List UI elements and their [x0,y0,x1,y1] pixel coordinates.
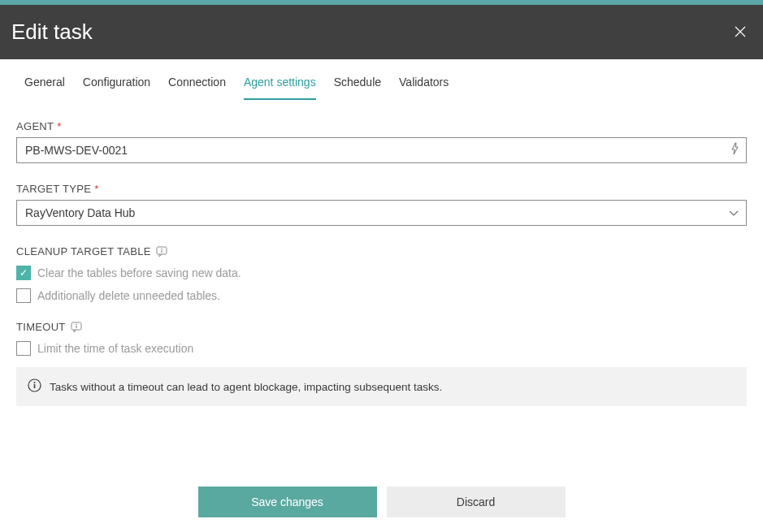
agent-label: AGENT * [16,120,747,132]
dialog-title: Edit task [11,19,93,45]
tooltip-icon[interactable] [156,246,169,257]
svg-rect-8 [34,384,36,388]
tab-validators[interactable]: Validators [399,66,449,100]
svg-point-4 [76,323,77,325]
lightning-icon[interactable] [730,142,740,158]
form-content: AGENT * TARGET TYPE * RayVentory Data Hu… [0,101,763,406]
limit-time-row: Limit the time of task execution [16,341,747,356]
agent-input-wrap [16,137,747,163]
target-type-label: TARGET TYPE * [16,183,747,195]
tooltip-icon[interactable] [71,322,84,333]
tab-bar: General Configuration Connection Agent s… [0,66,763,101]
save-button[interactable]: Save changes [198,487,377,517]
agent-input[interactable] [16,137,747,163]
close-button[interactable] [734,24,747,41]
agent-label-text: AGENT [16,120,54,132]
target-type-select-wrap: RayVentory Data Hub [16,200,747,226]
tab-agent-settings[interactable]: Agent settings [244,66,316,100]
delete-unneeded-row: Additionally delete unneeded tables. [16,288,747,303]
limit-time-label: Limit the time of task execution [37,342,193,355]
cleanup-section-label: CLEANUP TARGET TABLE [16,245,747,257]
tab-general[interactable]: General [24,66,65,100]
tab-schedule[interactable]: Schedule [334,66,381,100]
dialog-footer: Save changes Discard [0,487,763,517]
svg-rect-5 [76,326,76,328]
svg-rect-2 [161,250,162,253]
close-icon [734,25,747,38]
tab-configuration[interactable]: Configuration [83,66,150,100]
clear-tables-checkbox[interactable] [16,266,31,280]
clear-tables-label: Clear the tables before saving new data. [37,266,241,279]
required-asterisk-icon: * [57,120,61,132]
target-type-label-text: TARGET TYPE [16,183,91,195]
delete-unneeded-checkbox[interactable] [16,288,31,303]
discard-button[interactable]: Discard [387,487,566,517]
timeout-info-text: Tasks without a timeout can lead to agen… [50,381,442,393]
timeout-label-text: TIMEOUT [16,321,66,333]
tab-connection[interactable]: Connection [168,66,226,100]
target-type-select[interactable]: RayVentory Data Hub [16,200,747,226]
timeout-info-banner: Tasks without a timeout can lead to agen… [16,367,747,406]
dialog-header: Edit task [0,5,763,59]
info-icon [28,378,41,395]
delete-unneeded-label: Additionally delete unneeded tables. [37,289,220,302]
clear-tables-row: Clear the tables before saving new data. [16,266,747,280]
limit-time-checkbox[interactable] [16,341,31,356]
svg-point-7 [34,382,36,383]
timeout-section-label: TIMEOUT [16,321,747,333]
svg-point-1 [161,248,163,249]
cleanup-label-text: CLEANUP TARGET TABLE [16,245,151,257]
required-asterisk-icon: * [94,183,98,195]
